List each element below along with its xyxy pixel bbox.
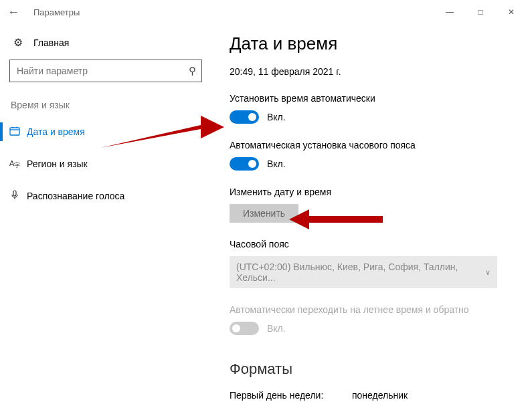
setting-dst: Автоматически переходить на летнее время… [230,304,516,335]
clock-icon [9,126,27,138]
first-day-row: Первый день недели: понедельник [230,390,516,401]
search-input[interactable] [17,66,189,76]
setting-change-datetime: Изменить дату и время Изменить [230,187,516,223]
chevron-down-icon: ∨ [485,268,491,277]
search-icon: ⚲ [189,65,196,77]
setting-auto-timezone: Автоматическая установка часового пояса … [230,140,516,171]
main-content: Дата и время 20:49, 11 февраля 2021 г. У… [211,29,532,401]
nav-item-label: Дата и время [27,126,85,137]
sidebar: ⚙ Главная ⚲ Время и язык Дата и время A字… [0,29,211,401]
current-datetime: 20:49, 11 февраля 2021 г. [230,66,516,77]
change-button[interactable]: Изменить [230,204,298,223]
home-label: Главная [33,37,69,48]
setting-auto-time: Установить время автоматически Вкл. [230,93,516,124]
nav-item-label: Распознавание голоса [27,191,124,201]
auto-tz-state: Вкл. [267,159,286,169]
window-title: Параметры [33,7,80,17]
timezone-value: (UTC+02:00) Вильнюс, Киев, Рига, София, … [236,261,485,283]
svg-text:字: 字 [14,162,20,169]
gear-icon: ⚙ [13,36,23,49]
timezone-label: Часовой пояс [230,239,516,249]
language-icon: A字 [9,158,27,171]
setting-timezone: Часовой пояс (UTC+02:00) Вильнюс, Киев, … [230,239,516,288]
change-dt-label: Изменить дату и время [230,187,516,197]
microphone-icon [9,190,27,203]
auto-time-label: Установить время автоматически [230,93,516,104]
titlebar: ← Параметры ― □ ✕ [0,0,532,24]
home-link[interactable]: ⚙ Главная [9,29,201,60]
nav-item-region-language[interactable]: A字 Регион и язык [0,148,211,180]
page-title: Дата и время [230,29,516,54]
dst-state: Вкл. [267,323,286,334]
auto-tz-label: Автоматическая установка часового пояса [230,140,516,150]
first-day-value: понедельник [352,390,408,401]
auto-time-state: Вкл. [267,112,286,122]
dst-toggle [230,322,259,335]
maximize-button[interactable]: □ [465,1,496,23]
back-button[interactable]: ← [5,5,21,19]
first-day-label: Первый день недели: [230,390,340,401]
close-button[interactable]: ✕ [496,1,527,23]
auto-tz-toggle[interactable] [230,157,259,171]
auto-time-toggle[interactable] [230,110,259,124]
timezone-dropdown[interactable]: (UTC+02:00) Вильнюс, Киев, Рига, София, … [230,256,497,288]
nav-list: Дата и время A字 Регион и язык Распознава… [0,116,211,212]
svg-rect-6 [13,191,16,196]
dst-label: Автоматически переходить на летнее время… [230,304,516,315]
formats-title: Форматы [230,360,516,378]
search-input-wrapper[interactable]: ⚲ [9,60,202,82]
nav-item-label: Регион и язык [27,159,88,169]
minimize-button[interactable]: ― [434,1,465,23]
svg-rect-0 [10,128,19,135]
nav-item-date-time[interactable]: Дата и время [0,116,211,148]
nav-item-speech[interactable]: Распознавание голоса [0,180,211,212]
section-label: Время и язык [9,100,201,110]
